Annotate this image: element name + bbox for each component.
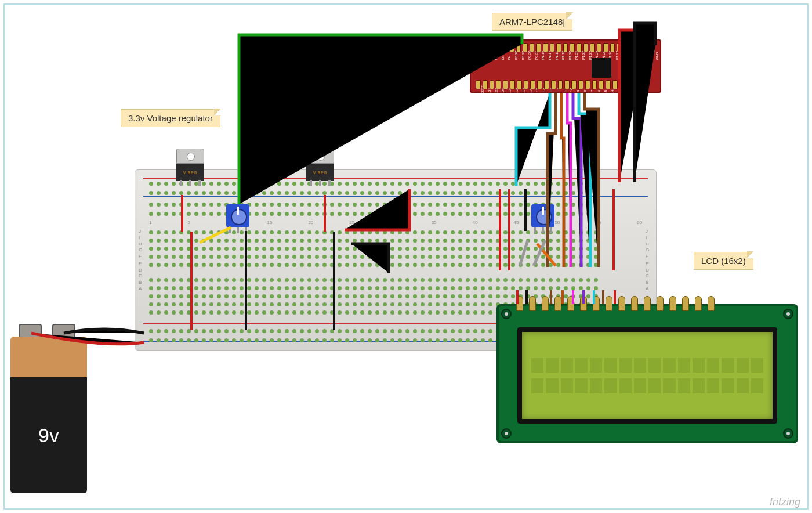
- mcu-pin-P1.30: P1.30: [630, 43, 636, 52]
- mcu-pin-P1.31: P1.31: [637, 43, 642, 52]
- mcu-pin-+5V: +5V: [644, 43, 649, 52]
- mcu-pin-P0.19: P0.19: [503, 80, 508, 89]
- screw-icon: [783, 428, 793, 439]
- mcu-pin-P1.17: P1.17: [543, 43, 548, 52]
- mcu-pin-P0.14: P0.14: [537, 80, 542, 89]
- mcu-pin-P0.18: P0.18: [510, 80, 515, 89]
- mcu-pin-P0.16: P0.16: [524, 80, 529, 89]
- mcu-pin-P1.19: P1.19: [556, 43, 561, 52]
- screw-icon: [783, 309, 793, 319]
- mcu-pin-P1.26: P1.26: [603, 43, 608, 52]
- mcu-chip: [592, 58, 611, 78]
- mcu-pin-P1.21: P1.21: [570, 43, 575, 52]
- label-5v: 5v voltage regulator: [267, 109, 358, 127]
- mcu-subtitle: LPC2148: [474, 44, 480, 63]
- screw-icon: [501, 309, 512, 319]
- lcd-16x2: [496, 304, 798, 443]
- mcu-pin-P0.20: P0.20: [496, 80, 501, 89]
- screw-icon: [501, 428, 512, 439]
- column-numbers: 151015202530354045505560: [149, 220, 642, 225]
- mcu-pin-D+: D+: [496, 43, 501, 52]
- mcu-pin-P1.27: P1.27: [610, 43, 615, 52]
- mcu-pin-P0.5: P0.5: [599, 80, 604, 89]
- mcu-pin-P1.29: P1.29: [624, 43, 629, 52]
- mcu-pin-P1.24: P1.24: [590, 43, 595, 52]
- mcu-pin-P1.23: P1.23: [583, 43, 589, 52]
- mcu-pin-P0.4: P0.4: [606, 80, 611, 89]
- mcu-pin-RESET: RESET: [476, 80, 481, 89]
- mcu-pin-P0.31: P0.31: [530, 43, 535, 52]
- mcu-pin-P1.16: P1.16: [536, 43, 541, 52]
- voltage-regulator-5v: V REG: [304, 149, 336, 186]
- mcu-pin-P0.10: P0.10: [564, 80, 570, 89]
- mcu-pin-P0.2: P0.2: [619, 80, 625, 89]
- mcu-pin-P0.7: P0.7: [585, 80, 590, 89]
- mcu-pin-P1.28: P1.28: [617, 43, 622, 52]
- voltage-regulator-3v3: V REG: [174, 149, 206, 186]
- mcu-pin-P1.20: P1.20: [563, 43, 568, 52]
- battery-body: 9v: [10, 377, 87, 493]
- label-lcd: LCD (16x2): [694, 252, 753, 270]
- label-mcu: ARM7-LPC2148|: [492, 13, 572, 31]
- mcu-pin-P1.22: P1.22: [577, 43, 582, 52]
- mcu-pin-P0.3: P0.3: [612, 80, 618, 89]
- mcu-pin-P0.29: P0.29: [516, 43, 521, 52]
- mcu-pin-P0.17: P0.17: [517, 80, 522, 89]
- lcd-pins: [516, 296, 715, 311]
- label-3v3: 3.3v Voltage regulator: [121, 109, 220, 127]
- mcu-pin-D-: D-: [502, 43, 507, 52]
- mcu-pin-P0.21: P0.21: [483, 80, 488, 89]
- mcu-pin-P0.23: P0.23: [483, 43, 488, 52]
- lcd-display: [517, 327, 777, 424]
- mcu-pin-P0.24: P0.24: [489, 43, 494, 52]
- mcu-lpc2148: P0.25P0.23P0.24D+D-P0.28P0.29P0.30P0.31P…: [470, 39, 661, 93]
- potentiometer-1: [226, 204, 249, 227]
- mcu-pin-P0.0: P0.0: [633, 80, 638, 89]
- mcu-pin-P1.25: P1.25: [597, 43, 602, 52]
- row-letters-right: JIHGFEDCBA: [646, 228, 652, 292]
- mcu-pin-P0.28: P0.28: [509, 43, 514, 52]
- mcu-pin-P0.13: P0.13: [544, 80, 549, 89]
- mcu-pin-P0.30: P0.30: [523, 43, 528, 52]
- mcu-pin-P0.8: P0.8: [578, 80, 583, 89]
- mcu-pin-P0.22: P0.22: [490, 80, 495, 89]
- battery-9v: 9v: [10, 324, 87, 498]
- mcu-pin-P0.9: P0.9: [571, 80, 577, 89]
- battery-top: [10, 337, 87, 377]
- row-letters-left: JIHGFEDCBA: [139, 228, 146, 292]
- mcu-pin-GND: GND: [650, 43, 655, 52]
- mcu-pin-P0.1: P0.1: [626, 80, 632, 89]
- mcu-pin-P0.6: P0.6: [592, 80, 597, 89]
- mcu-pin-P0.15: P0.15: [530, 80, 535, 89]
- potentiometer-2: [531, 204, 554, 227]
- mcu-pin-P0.12: P0.12: [551, 80, 556, 89]
- mcu-pin-P1.18: P1.18: [550, 43, 555, 52]
- attribution: fritzing: [770, 496, 800, 508]
- mcu-pin-P0.11: P0.11: [558, 80, 563, 89]
